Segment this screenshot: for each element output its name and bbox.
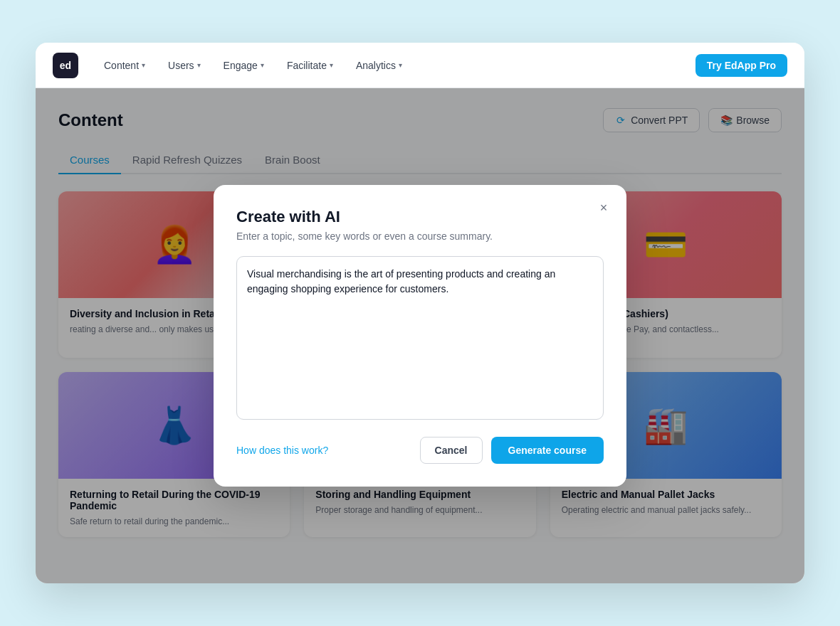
modal-footer: How does this work? Cancel Generate cour…	[236, 437, 604, 464]
content-area: Content ⟳ Convert PPT 📚 Browse Courses R…	[36, 88, 804, 583]
chevron-down-icon: ▾	[399, 61, 402, 69]
app-window: ed Content ▾ Users ▾ Engage ▾ Facilitate…	[36, 43, 804, 583]
chevron-down-icon: ▾	[330, 61, 333, 69]
navbar: ed Content ▾ Users ▾ Engage ▾ Facilitate…	[36, 43, 804, 88]
create-with-ai-modal: × Create with AI Enter a topic, some key…	[214, 185, 626, 487]
modal-overlay: × Create with AI Enter a topic, some key…	[36, 88, 804, 583]
nav-users[interactable]: Users ▾	[159, 54, 209, 77]
modal-close-button[interactable]: ×	[592, 196, 615, 219]
close-icon: ×	[600, 201, 608, 216]
logo: ed	[53, 53, 78, 78]
generate-course-button[interactable]: Generate course	[491, 437, 604, 464]
logo-box: ed	[53, 53, 78, 78]
cancel-button[interactable]: Cancel	[420, 437, 483, 464]
course-summary-textarea[interactable]	[236, 256, 604, 420]
modal-subtitle: Enter a topic, some key words or even a …	[236, 230, 604, 242]
chevron-down-icon: ▾	[261, 61, 264, 69]
nav-engage[interactable]: Engage ▾	[215, 54, 273, 77]
nav-analytics[interactable]: Analytics ▾	[347, 54, 411, 77]
chevron-down-icon: ▾	[197, 61, 201, 69]
nav-content[interactable]: Content ▾	[95, 54, 154, 77]
how-it-works-button[interactable]: How does this work?	[236, 445, 328, 456]
nav-facilitate[interactable]: Facilitate ▾	[278, 54, 342, 77]
modal-actions: Cancel Generate course	[420, 437, 604, 464]
try-pro-button[interactable]: Try EdApp Pro	[695, 54, 787, 77]
modal-title: Create with AI	[236, 208, 604, 226]
chevron-down-icon: ▾	[142, 61, 145, 69]
